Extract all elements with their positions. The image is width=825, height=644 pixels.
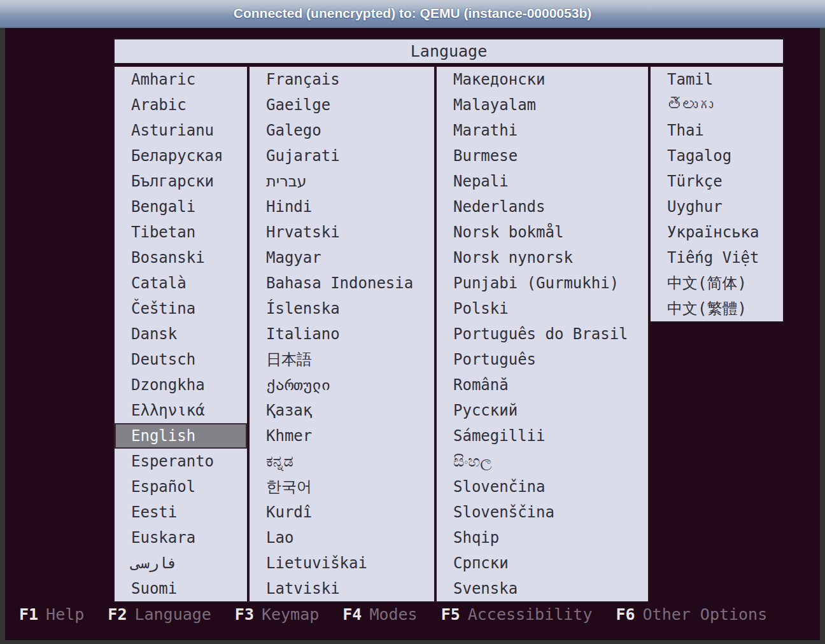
language-option[interactable]: Català [115,270,247,296]
function-key-action: Modes [369,605,417,624]
language-option[interactable]: Français [250,67,434,92]
language-option[interactable]: Thai [651,118,783,143]
language-option[interactable]: Español [115,474,247,500]
language-option[interactable]: Uyghur [651,194,783,220]
novnc-viewport: Connected (unencrypted) to: QEMU (instan… [0,0,825,644]
function-key-label: F3 [235,605,254,624]
function-key-action: Language [134,605,211,624]
language-option[interactable]: Română [437,372,648,398]
language-option[interactable]: Македонски [437,67,648,92]
language-option[interactable]: Bengali [115,194,247,220]
language-menu: AmharicArabicAsturianuБеларускаяБългарск… [113,66,784,603]
language-option[interactable]: Български [115,169,247,194]
language-option[interactable]: Dansk [115,321,247,347]
language-option[interactable]: Hindi [250,194,434,220]
language-option[interactable]: Latviski [250,576,434,601]
language-option[interactable]: Polski [437,296,648,321]
language-dialog-title: Language [411,42,487,60]
language-option[interactable]: සිංහල [437,449,648,474]
language-option[interactable]: ಕನ್ನಡ [250,449,434,474]
function-key-bar: F1HelpF2LanguageF3KeymapF4ModesF5Accessi… [19,605,767,624]
language-option[interactable]: Português do Brasil [437,321,648,347]
language-option[interactable]: Tibetan [115,220,247,245]
language-option[interactable]: Русский [437,398,648,423]
language-option[interactable]: తెలుగు [651,92,783,118]
language-option[interactable]: Hrvatski [250,220,434,245]
language-option[interactable]: Íslenska [250,296,434,321]
function-key-f4[interactable]: F4Modes [342,605,417,624]
function-key-label: F1 [19,605,38,624]
language-option[interactable]: Беларуская [115,143,247,169]
language-option[interactable]: Bahasa Indonesia [250,270,434,296]
function-key-f3[interactable]: F3Keymap [235,605,319,624]
language-option[interactable]: Norsk nynorsk [437,245,648,270]
language-option[interactable]: Burmese [437,143,648,169]
language-option[interactable]: Slovenščina [437,500,648,525]
function-key-f6[interactable]: F6Other Options [616,605,767,624]
language-option[interactable]: Slovenčina [437,474,648,500]
function-key-f1[interactable]: F1Help [19,605,84,624]
language-option[interactable]: Norsk bokmål [437,220,648,245]
language-option[interactable]: Galego [250,118,434,143]
language-option[interactable]: Türkçe [651,169,783,194]
language-option[interactable]: Italiano [250,321,434,347]
language-option[interactable]: Ελληνικά [115,398,247,423]
language-option[interactable]: Kurdî [250,500,434,525]
language-option[interactable]: Shqip [437,525,648,550]
function-key-label: F6 [616,605,635,624]
language-option[interactable]: Қазақ [250,398,434,423]
language-option[interactable]: Lao [250,525,434,550]
language-option[interactable]: Nepali [437,169,648,194]
language-option[interactable]: Bosanski [115,245,247,270]
language-option[interactable]: Amharic [115,67,247,92]
language-option[interactable]: Asturianu [115,118,247,143]
language-option[interactable]: 中文(简体) [651,270,783,296]
language-option[interactable]: עברית [250,169,434,194]
language-option[interactable]: Tagalog [651,143,783,169]
language-option[interactable]: Čeština [115,296,247,321]
language-option[interactable]: Khmer [250,423,434,449]
language-option[interactable]: 中文(繁體) [651,296,783,321]
language-option[interactable]: Português [437,347,648,372]
language-option[interactable]: Deutsch [115,347,247,372]
function-key-f2[interactable]: F2Language [108,605,211,624]
language-option[interactable]: Svenska [437,576,648,601]
function-key-action: Keymap [262,605,319,624]
language-option[interactable]: Українська [651,220,783,245]
function-key-action: Other Options [643,605,768,624]
language-option[interactable]: Tiếng Việt [651,245,783,270]
language-option-selected[interactable]: English [115,423,247,449]
language-option[interactable]: ქართული [250,372,434,398]
language-option[interactable]: Marathi [437,118,648,143]
language-option[interactable]: Nederlands [437,194,648,220]
language-option[interactable]: 한국어 [250,474,434,500]
language-option[interactable]: Euskara [115,525,247,550]
language-option[interactable]: Tamil [651,67,783,92]
language-option[interactable]: Malayalam [437,92,648,118]
language-option[interactable]: Lietuviškai [250,550,434,576]
language-option[interactable]: Suomi [115,576,247,601]
language-option[interactable]: Arabic [115,92,247,118]
function-key-label: F5 [441,605,460,624]
language-option[interactable]: Punjabi (Gurmukhi) [437,270,648,296]
language-option[interactable]: Magyar [250,245,434,270]
language-option[interactable]: Eesti [115,500,247,525]
language-option[interactable]: Gujarati [250,143,434,169]
language-option[interactable]: فارسی [115,550,247,576]
language-option[interactable]: 日本語 [250,347,434,372]
language-option[interactable]: Gaeilge [250,92,434,118]
function-key-action: Help [46,605,84,624]
vm-screen: Language AmharicArabicAsturianuБеларуска… [5,28,820,640]
language-column-4: TamilతెలుగుThaiTagalogTürkçeUyghurУкраїн… [649,66,784,323]
function-key-label: F4 [342,605,362,624]
language-option[interactable]: Dzongkha [115,372,247,398]
function-key-label: F2 [108,605,127,624]
language-option[interactable]: Српски [437,550,648,576]
language-dialog-header: Language [113,38,784,64]
language-option[interactable]: Sámegillii [437,423,648,449]
language-option[interactable]: Esperanto [115,449,247,474]
language-column-2: FrançaisGaeilgeGalegoGujaratiעבריתHindiH… [248,66,435,603]
function-key-f5[interactable]: F5Accessibility [441,605,593,624]
language-column-1: AmharicArabicAsturianuБеларускаяБългарск… [113,66,248,603]
function-key-action: Accessibility [468,605,593,624]
